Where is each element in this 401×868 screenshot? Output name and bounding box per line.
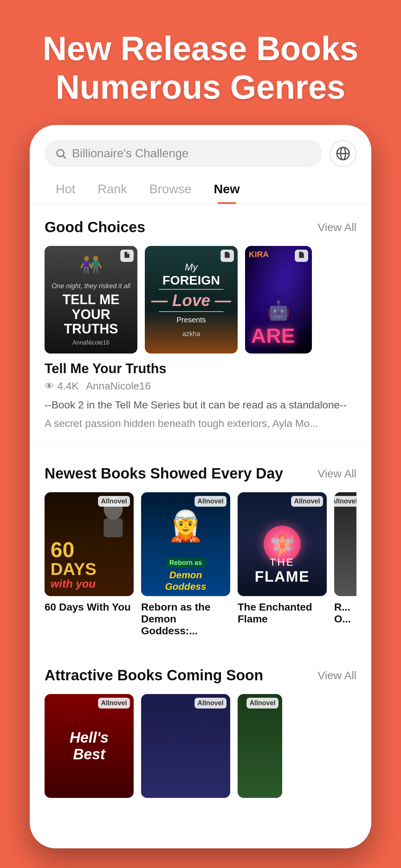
allnovel-badge-2 [221, 250, 234, 262]
eye-icon: 👁 [45, 381, 54, 392]
good-choices-carousel: 👫 One night, they risked it all TELL MEY… [45, 246, 356, 354]
fl-foreign: FOREIGN [163, 273, 220, 287]
tell-me-author-cover: AnnaNicole16 [50, 339, 131, 346]
book-author: AnnaNicole16 [86, 380, 151, 392]
coming-soon-cover-3[interactable]: Allnovel [238, 694, 282, 798]
fl-love: — Love — [151, 291, 231, 310]
newest-book-label-60days: 60 Days With You [45, 601, 134, 613]
newest-book-label-enchanted: The Enchanted Flame [238, 601, 327, 625]
fl-presents: Presents [177, 316, 206, 324]
good-choices-header: Good Choices View All [45, 219, 356, 236]
scifi-title: ARE [251, 323, 295, 348]
allnovel-badge-cs3: Allnovel [247, 698, 278, 708]
book-cover-partial[interactable]: Allnovel [334, 492, 356, 596]
allnovel-badge-hells: Allnovel [98, 698, 130, 708]
svg-line-1 [63, 156, 66, 158]
days-with-you: with you [50, 578, 96, 590]
book-description-2: A secret passion hidden beneath tough ex… [45, 416, 356, 431]
newest-item-partial[interactable]: Allnovel R... O... [334, 492, 356, 637]
header-line2: Numerous Genres [56, 69, 345, 106]
search-icon [55, 148, 67, 160]
tell-me-tagline: One night, they risked it all [50, 282, 131, 290]
tab-new[interactable]: New [203, 174, 251, 204]
allnovel-badge-cs2: Allnovel [195, 698, 226, 708]
allnovel-badge-demon: Allnovel [195, 496, 226, 507]
book-description-1: --Book 2 in the Tell Me Series but it ca… [45, 397, 356, 413]
hells-title: Hell'sBest [69, 729, 108, 763]
phone-frame: Billionaire's Challenge Hot Rank Browse … [30, 125, 371, 848]
globe-button[interactable] [330, 140, 356, 167]
svg-point-0 [57, 149, 64, 157]
svg-rect-6 [104, 518, 123, 537]
newest-book-label-demon: Reborn as the Demon Goddess:... [141, 601, 230, 637]
tab-hot[interactable]: Hot [45, 174, 87, 204]
newest-books-title: Newest Books Showed Every Day [45, 465, 283, 482]
newest-book-label-partial: R... O... [334, 601, 356, 625]
newest-items-carousel: 60 DAYS with you Allnovel 60 Days With Y… [45, 492, 356, 637]
newest-books-header: Newest Books Showed Every Day View All [45, 465, 356, 482]
coming-soon-header: Attractive Books Coming Soon View All [45, 667, 356, 684]
allnovel-badge-partial: Allnovel [334, 496, 356, 507]
header-line1: New Release Books [43, 30, 358, 67]
search-bar[interactable]: Billionaire's Challenge [45, 140, 322, 167]
book-cover-enchanted[interactable]: THE FLAME 🧚 Allnovel [238, 492, 327, 596]
book-views: 👁 4.4K [45, 380, 79, 392]
book-cover-60days[interactable]: 60 DAYS with you Allnovel [45, 492, 134, 596]
fl-author: azkha [182, 330, 200, 338]
coming-soon-cover-2[interactable]: Allnovel [141, 694, 230, 798]
search-placeholder: Billionaire's Challenge [72, 147, 189, 160]
good-choices-title: Good Choices [45, 219, 145, 236]
fl-divider2 [159, 311, 224, 312]
coming-soon-cover-hells[interactable]: Hell'sBest Allnovel [45, 694, 134, 798]
coming-soon-carousel: Hell'sBest Allnovel Allnovel Allnovel [45, 694, 356, 798]
fl-my: My [185, 262, 198, 273]
divider-1 [30, 446, 371, 447]
allnovel-badge-enchanted: Allnovel [291, 496, 323, 507]
allnovel-badge-3 [295, 250, 308, 262]
allnovel-badge-60days: Allnovel [98, 496, 130, 507]
book-cover-scifi[interactable]: KIRA 🤖 ARE [245, 246, 312, 354]
book-detail-tell-me: Tell Me Your Truths 👁 4.4K AnnaNicole16 … [45, 354, 356, 435]
book-cover-demon[interactable]: 🧝 Reborn as DemonGoddess Allnovel [141, 492, 230, 596]
newest-item-demon[interactable]: 🧝 Reborn as DemonGoddess Allnovel Reborn… [141, 492, 230, 637]
search-area: Billionaire's Challenge [30, 125, 371, 174]
book-meta: 👁 4.4K AnnaNicole16 [45, 380, 356, 392]
book-cover-tell-me[interactable]: 👫 One night, they risked it all TELL MEY… [45, 246, 137, 354]
allnovel-badge-1 [120, 250, 134, 262]
tab-rank[interactable]: Rank [87, 174, 138, 204]
book-cover-foreign-love[interactable]: My FOREIGN — Love — Presents azkha [145, 246, 238, 354]
newest-item-enchanted[interactable]: THE FLAME 🧚 Allnovel The Enchanted Flame [238, 492, 327, 637]
scifi-author: KIRA [249, 250, 269, 259]
newest-books-view-all[interactable]: View All [317, 467, 356, 480]
divider-2 [30, 648, 371, 648]
globe-icon [336, 146, 351, 161]
tell-me-title: TELL MEYOUR TRUTHS [50, 292, 131, 336]
page-header: New Release Books Numerous Genres [28, 0, 373, 125]
coming-soon-title: Attractive Books Coming Soon [45, 667, 263, 684]
fl-divider [159, 289, 224, 290]
tab-bar: Hot Rank Browse New [30, 174, 371, 204]
good-choices-view-all[interactable]: View All [317, 221, 356, 234]
days-number: 60 [50, 539, 75, 560]
coming-soon-section: Attractive Books Coming Soon View All He… [30, 656, 371, 802]
tab-browse[interactable]: Browse [138, 174, 202, 204]
demon-title: DemonGoddess [165, 569, 206, 592]
newest-books-section: Newest Books Showed Every Day View All 6… [30, 454, 371, 641]
coming-soon-view-all[interactable]: View All [317, 669, 356, 682]
enc-flame: FLAME [255, 568, 310, 585]
book-detail-title: Tell Me Your Truths [45, 361, 356, 377]
days-word: DAYS [50, 560, 97, 578]
book-view-count: 4.4K [57, 380, 79, 392]
good-choices-section: Good Choices View All 👫 One night, they … [30, 208, 371, 439]
newest-item-60days[interactable]: 60 DAYS with you Allnovel 60 Days With Y… [45, 492, 134, 637]
